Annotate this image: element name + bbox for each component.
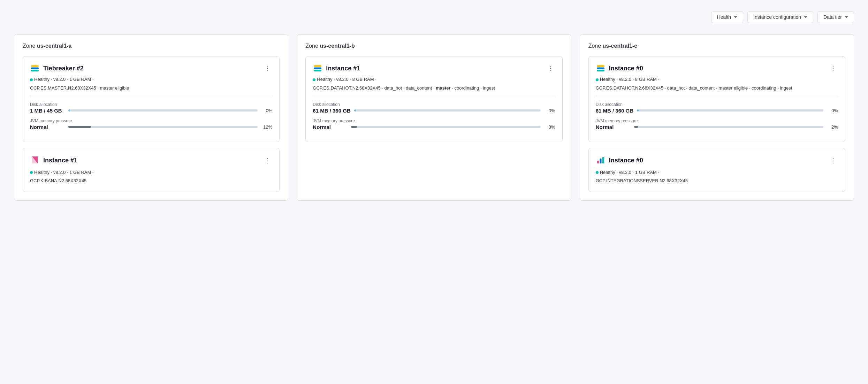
metrics-section: Disk allocation 61 MB / 360 GB 0% JVM me… (313, 102, 555, 130)
jvm-pct: 12% (261, 124, 272, 130)
kibana-icon (30, 155, 40, 166)
svg-rect-0 (31, 65, 39, 67)
jvm-value: Normal (596, 124, 631, 130)
more-options-button[interactable]: ⋮ (829, 157, 838, 164)
chevron-down-icon (734, 16, 737, 18)
instance-config: GCP.ES.DATAHOT.N2.68X32X45 · data_hot · … (596, 85, 838, 92)
svg-rect-6 (314, 68, 321, 69)
health-dot (596, 78, 599, 81)
divider (596, 97, 838, 97)
zone-title: Zone us-central1-c (588, 43, 845, 49)
zone-panel-zone-c: Zone us-central1-c Instance #0 ⋮Healthy … (580, 34, 854, 201)
disk-metric-row: Disk allocation 61 MB / 360 GB 0% (596, 102, 838, 114)
config-value: GCP.KIBANA.N2.68X32X45 (30, 178, 86, 183)
filter-btn-health[interactable]: Health (711, 11, 743, 23)
health-dot (596, 171, 599, 174)
jvm-value: Normal (30, 124, 65, 130)
health-dot (30, 78, 33, 81)
svg-rect-7 (314, 70, 321, 71)
instance-name: Instance #1 (326, 65, 360, 72)
jvm-metric-row: JVM memory pressure Normal 2% (596, 118, 838, 130)
svg-rect-12 (600, 159, 601, 163)
svg-rect-5 (314, 65, 321, 67)
jvm-metric-row: JVM memory pressure Normal 3% (313, 118, 555, 130)
disk-bar-row: 61 MB / 360 GB 0% (596, 108, 838, 114)
disk-bar-fill (637, 109, 639, 112)
jvm-label: JVM memory pressure (30, 118, 272, 123)
health-label: Healthy (317, 77, 332, 82)
svg-rect-1 (31, 68, 39, 69)
elasticsearch-icon (313, 63, 322, 73)
filter-btn-instance-configuration[interactable]: Instance configuration (747, 11, 813, 23)
instance-name: Instance #1 (43, 157, 77, 164)
instance-header: Instance #1 ⋮ (313, 63, 555, 73)
svg-rect-9 (597, 68, 604, 69)
config-value: GCP.INTEGRATIONSSERVER.N2.68X32X45 (596, 178, 688, 183)
instance-header: Instance #0 ⋮ (596, 63, 838, 73)
instance-title-row: Instance #1 (30, 155, 77, 166)
svg-rect-10 (597, 70, 604, 71)
disk-pct: 0% (261, 108, 272, 113)
jvm-bar-row: Normal 3% (313, 124, 555, 130)
instance-card-instance-1-a: Instance #1 ⋮Healthy · v8.2.0 · 1 GB RAM… (23, 148, 280, 192)
disk-bar-fill (68, 109, 70, 112)
instance-name: Instance #0 (609, 65, 643, 72)
integration-icon (596, 155, 606, 166)
jvm-bar-row: Normal 2% (596, 124, 838, 130)
divider (30, 97, 272, 97)
jvm-pct: 3% (544, 124, 555, 130)
disk-label: Disk allocation (30, 102, 272, 107)
zones-grid: Zone us-central1-a Tiebreaker #2 ⋮Health… (14, 34, 854, 201)
filter-btn-data-tier[interactable]: Data tier (817, 11, 854, 23)
instance-config: GCP.INTEGRATIONSSERVER.N2.68X32X45 (596, 177, 838, 185)
disk-bar-row: 61 MB / 360 GB 0% (313, 108, 555, 114)
disk-metric-row: Disk allocation 1 MB / 45 GB 0% (30, 102, 272, 114)
disk-metric-row: Disk allocation 61 MB / 360 GB 0% (313, 102, 555, 114)
disk-bar-container (68, 109, 258, 112)
metrics-section: Disk allocation 1 MB / 45 GB 0% JVM memo… (30, 102, 272, 130)
jvm-value: Normal (313, 124, 348, 130)
svg-rect-11 (597, 161, 599, 163)
more-options-button[interactable]: ⋮ (546, 64, 555, 72)
health-dot (30, 171, 33, 174)
instance-meta: Healthy · v8.2.0 · 1 GB RAM · (596, 169, 838, 176)
jvm-bar-container (351, 126, 540, 128)
health-dot (313, 78, 315, 81)
disk-bar-row: 1 MB / 45 GB 0% (30, 108, 272, 114)
config-value: GCP.ES.MASTER.N2.68X32X45 (30, 85, 96, 91)
jvm-label: JVM memory pressure (596, 118, 838, 123)
zone-title: Zone us-central1-a (23, 43, 280, 49)
jvm-bar-row: Normal 12% (30, 124, 272, 130)
elasticsearch-icon (596, 63, 606, 73)
disk-value: 1 MB / 45 GB (30, 108, 65, 114)
disk-pct: 0% (544, 108, 555, 113)
instance-config: GCP.ES.MASTER.N2.68X32X45 · master eligi… (30, 85, 272, 92)
more-options-button[interactable]: ⋮ (263, 64, 272, 72)
instance-title-row: Tiebreaker #2 (30, 63, 84, 73)
zone-panel-zone-b: Zone us-central1-b Instance #1 ⋮Healthy … (297, 34, 571, 201)
instance-card-instance-0-c-int: Instance #0 ⋮Healthy · v8.2.0 · 1 GB RAM… (588, 148, 845, 192)
chevron-down-icon (804, 16, 807, 18)
jvm-metric-row: JVM memory pressure Normal 12% (30, 118, 272, 130)
filter-group: HealthInstance configurationData tier (711, 11, 854, 23)
instance-header: Instance #1 ⋮ (30, 155, 272, 166)
instance-card-instance-1-b: Instance #1 ⋮Healthy · v8.2.0 · 8 GB RAM… (305, 56, 562, 142)
health-label: Healthy (600, 77, 615, 82)
health-label: Healthy (34, 170, 50, 175)
health-label: Healthy (34, 77, 50, 82)
more-options-button[interactable]: ⋮ (263, 157, 272, 164)
more-options-button[interactable]: ⋮ (829, 64, 838, 72)
disk-value: 61 MB / 360 GB (596, 108, 633, 114)
config-value: GCP.ES.DATAHOT.N2.68X32X45 (596, 85, 663, 91)
disk-label: Disk allocation (313, 102, 555, 107)
instance-config: GCP.ES.DATAHOT.N2.68X32X45 · data_hot · … (313, 85, 555, 92)
instance-meta: Healthy · v8.2.0 · 1 GB RAM · (30, 76, 272, 83)
jvm-pct: 2% (827, 124, 838, 130)
filter-label: Instance configuration (753, 14, 801, 20)
instance-name: Tiebreaker #2 (43, 65, 84, 72)
svg-rect-2 (31, 70, 39, 71)
instance-config: GCP.KIBANA.N2.68X32X45 (30, 177, 272, 185)
chevron-down-icon (845, 16, 848, 18)
disk-pct: 0% (827, 108, 838, 113)
instance-header: Instance #0 ⋮ (596, 155, 838, 166)
